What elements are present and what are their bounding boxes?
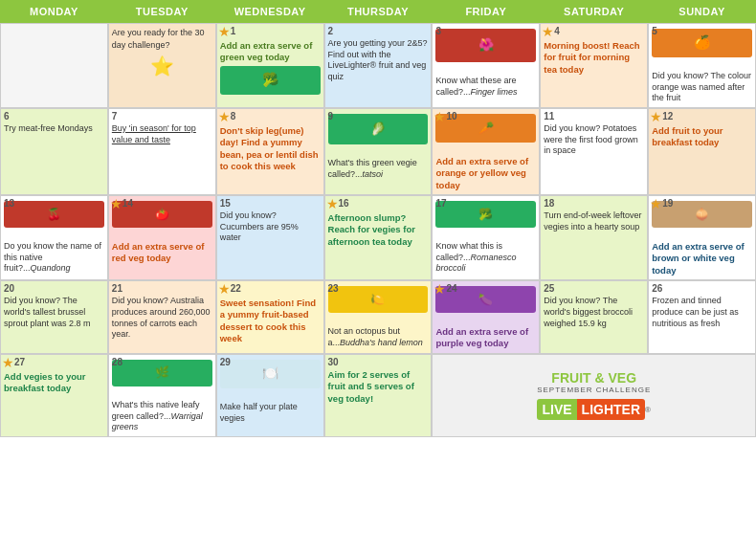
cell-text: Add fruit to your breakfast today xyxy=(652,125,752,149)
header-wednesday: WEDNESDAY xyxy=(216,0,324,23)
day-number: 21 xyxy=(112,283,122,296)
cell-day7: 7 Buy 'in season' for top value and tast… xyxy=(108,108,216,195)
day-number: 4 xyxy=(554,26,560,38)
cell-day8: ★ 8 Don't skip leg(ume) day! Find a yumm… xyxy=(216,108,324,195)
cell-day27: ★ 27 Add vegies to your breakfast today xyxy=(0,354,108,437)
cell-text: Add an extra serve of green veg today xyxy=(220,40,321,64)
live-text: LIVE xyxy=(537,399,576,420)
finger-limes-img: 🌺 xyxy=(435,29,536,62)
star-icon: ★ xyxy=(218,282,231,296)
day-number: 2 xyxy=(328,26,334,38)
cell-day14: ★ 14 🍅 Add an extra serve of red veg tod… xyxy=(108,195,216,280)
day-number: 1 xyxy=(231,26,236,38)
livelighter-logo: LIVE LIGHTER ® xyxy=(537,399,650,420)
week-row-2: 6 Try meat-free Mondays 7 Buy 'in season… xyxy=(0,108,756,195)
cell-day28: 28 🌿 What's this native leafy green call… xyxy=(108,354,216,437)
cell-day29: 29 🍽️ Make half your plate vegies xyxy=(216,354,324,437)
cell-text: Did you know? Potatoes were the first fo… xyxy=(544,123,644,157)
day-number: 18 xyxy=(544,198,554,210)
cell-text: What's this green vegie called?...tatsoi xyxy=(328,158,429,180)
cell-day15: 15 Did you know? Cucumbers are 95% water xyxy=(216,195,324,280)
day-number: 3 xyxy=(435,26,441,38)
cell-day22: ★ 22 Sweet sensation! Find a yummy fruit… xyxy=(216,280,324,354)
cell-text: Are you ready for the 30 day challenge? xyxy=(112,28,205,50)
cell-text: Add an extra serve of brown or white veg… xyxy=(652,241,752,276)
cell-day6: 6 Try meat-free Mondays xyxy=(0,108,108,195)
header-sunday: SUNDAY xyxy=(648,0,756,23)
star-icon: ★ xyxy=(434,110,446,123)
cell-text: Add an extra serve of red veg today xyxy=(112,241,212,265)
day-number: 16 xyxy=(339,198,349,210)
cell-text: What's this native leafy green called?..… xyxy=(112,400,212,433)
tatsoi-img: 🥬 xyxy=(328,114,429,144)
cell-day13: 13 🍒 Do you know the name of this native… xyxy=(0,195,108,280)
cell-text: Afternoon slump? Reach for vegies for af… xyxy=(328,212,429,248)
cell-day10: ★ 10 🥕 Add an extra serve of orange or y… xyxy=(432,108,540,195)
day-number: 22 xyxy=(231,283,241,296)
day-number: 26 xyxy=(652,283,662,296)
day-number: 8 xyxy=(231,111,236,123)
cell-text: Not an octopus but a...Buddha's hand lem… xyxy=(328,326,429,348)
star-icon: ★ xyxy=(2,356,14,369)
star-icon: ★ xyxy=(434,282,446,296)
cell-day12: ★ 12 Add fruit to your breakfast today xyxy=(648,108,756,195)
cell-text: Morning boost! Reach for fruit for morni… xyxy=(544,40,644,76)
cell-text: Aim for 2 serves of fruit and 5 serves o… xyxy=(328,369,429,405)
day-number: 12 xyxy=(662,111,673,123)
cell-day11: 11 Did you know? Potatoes were the first… xyxy=(540,108,648,195)
lighter-text: LIGHTER xyxy=(577,399,645,420)
header-friday: FRIDAY xyxy=(432,0,540,23)
cell-text: Add vegies to your breakfast today xyxy=(4,371,104,395)
cell-day18: 18 Turn end-of-week leftover vegies into… xyxy=(540,195,648,280)
star-icon: ★ xyxy=(326,197,339,210)
cell-day9: 9 🥬 What's this green vegie called?...ta… xyxy=(324,108,433,195)
cell-text: Know what this is called?...Romanesco br… xyxy=(435,241,536,275)
cell-ready-challenge: Are you ready for the 30 day challenge? … xyxy=(108,23,216,108)
header-row: MONDAY TUESDAY WEDNESDAY THURSDAY FRIDAY… xyxy=(0,0,756,23)
day-number: 6 xyxy=(4,111,10,123)
day-number: 14 xyxy=(122,198,133,210)
green-veg-img: 🥦 xyxy=(220,66,321,95)
cell-text: Did you know? The colour orange was name… xyxy=(652,71,752,104)
cell-day25: 25 Did you know? The world's biggest bro… xyxy=(540,280,648,354)
day-number: 27 xyxy=(14,357,25,369)
star-icon: ★ xyxy=(218,110,231,123)
star-icon: ★ xyxy=(650,197,662,210)
day-number: 19 xyxy=(662,198,673,210)
buddhas-hand-img: 🍋 xyxy=(328,286,429,313)
calendar: MONDAY TUESDAY WEDNESDAY THURSDAY FRIDAY… xyxy=(0,0,756,437)
cell-text: Make half your plate vegies xyxy=(220,402,321,424)
plate-img: 🍽️ xyxy=(220,360,321,388)
cell-text: Did you know? The world's tallest brusse… xyxy=(4,296,104,329)
cell-day4: ★ 4 Morning boost! Reach for fruit for m… xyxy=(540,23,648,108)
orange-img: 🍊 xyxy=(652,29,752,57)
star-icon: ★ xyxy=(110,197,122,210)
header-thursday: THURSDAY xyxy=(324,0,433,23)
day-number: 29 xyxy=(220,357,231,369)
cell-text: Try meat-free Mondays xyxy=(4,123,104,135)
week-row-1: Are you ready for the 30 day challenge? … xyxy=(0,23,756,108)
cell-monday-empty xyxy=(0,23,108,108)
day-number: 23 xyxy=(328,283,339,296)
day-number: 24 xyxy=(446,283,456,296)
cell-text: Did you know? The world's biggest brocco… xyxy=(544,296,644,329)
day-number: 28 xyxy=(112,357,122,369)
cell-day17: 17 🥦 Know what this is called?...Romanes… xyxy=(432,195,540,280)
week-row-3: 13 🍒 Do you know the name of this native… xyxy=(0,195,756,280)
day-number: 25 xyxy=(544,283,554,296)
cell-text: Buy 'in season' for top value and taste xyxy=(112,123,212,145)
quandong-img: 🍒 xyxy=(4,201,104,228)
cell-text: Frozen and tinned produce can be just as… xyxy=(652,296,752,329)
cell-text: Did you know? Australia produces around … xyxy=(112,296,212,341)
cell-day23: 23 🍋 Not an octopus but a...Buddha's han… xyxy=(324,280,433,354)
day-number: 9 xyxy=(328,111,334,123)
cell-day30: 30 Aim for 2 serves of fruit and 5 serve… xyxy=(324,354,433,437)
star-icon: ★ xyxy=(542,25,554,38)
cell-text: Did you know? Cucumbers are 95% water xyxy=(220,210,321,244)
cell-text: Don't skip leg(ume) day! Find a yummy be… xyxy=(220,125,321,172)
cell-day3: 3 🌺 Know what these are called?...Finger… xyxy=(432,23,540,108)
day-number: 7 xyxy=(112,111,118,123)
challenge-text: SEPTEMBER CHALLENGE xyxy=(537,386,651,394)
footer-logo: FRUIT & VEG SEPTEMBER CHALLENGE LIVE LIG… xyxy=(432,354,756,437)
fruit-veg-text: FRUIT & VEG xyxy=(551,371,636,386)
